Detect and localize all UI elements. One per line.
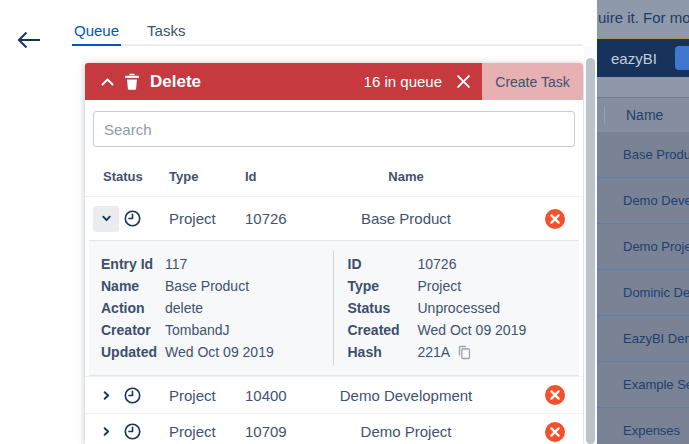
row-type: Project: [169, 423, 245, 440]
queue-row[interactable]: Project 10709 Demo Project: [85, 413, 583, 444]
back-button[interactable]: [16, 29, 42, 51]
detail-value: Wed Oct 09 2019: [165, 341, 274, 363]
remove-from-queue-button[interactable]: [527, 422, 583, 442]
background-table-row[interactable]: Dominic De: [597, 270, 689, 316]
queue-count-badge: 16 in queue: [364, 73, 442, 90]
clock-status-icon: [123, 422, 169, 441]
clock-status-icon: [123, 209, 169, 228]
detail-value: 117: [165, 253, 187, 275]
queue-app-region: Queue Tasks Delete 16 in queue: [0, 0, 597, 444]
detail-label: Status: [348, 297, 418, 319]
background-table-row[interactable]: Base Produ: [597, 132, 689, 178]
search-container: [85, 100, 583, 156]
detail-label: Updated: [101, 341, 165, 363]
row-id: 10726: [245, 210, 335, 227]
detail-value: Unprocessed: [418, 297, 501, 319]
detail-value: Wed Oct 09 2019: [418, 319, 527, 341]
detail-value: Base Product: [165, 275, 249, 297]
queue-table-header: Status Type Id Name: [85, 156, 583, 196]
background-table-row[interactable]: Demo Proje: [597, 224, 689, 270]
detail-label: ID: [348, 253, 418, 275]
close-icon[interactable]: [456, 74, 471, 89]
page-banner-text: uire it. For mor: [597, 0, 689, 37]
background-table-row[interactable]: EazyBI Dem: [597, 316, 689, 362]
trash-icon: [124, 73, 140, 90]
queue-row[interactable]: Project 10726 Base Product: [85, 196, 583, 240]
column-header-status[interactable]: Status: [93, 169, 169, 184]
back-arrow-icon: [16, 37, 42, 54]
column-divider: [604, 107, 605, 124]
panel-title: Delete: [150, 72, 201, 92]
column-header-type[interactable]: Type: [169, 169, 245, 184]
collapse-chevron-up-icon[interactable]: [100, 76, 115, 88]
chevron-down-icon[interactable]: [93, 206, 119, 232]
tab-bar: Queue Tasks: [72, 22, 583, 46]
detail-label: Created: [348, 319, 418, 341]
details-left-column: Entry Id117 NameBase Product Actiondelet…: [89, 251, 333, 365]
background-page: uire it. For mor eazyBI Name Base Produ …: [597, 0, 689, 444]
background-table-header: Name: [597, 97, 689, 132]
detail-label: Creator: [101, 319, 165, 341]
eazybi-logo[interactable]: eazyBI: [611, 50, 657, 67]
remove-from-queue-button[interactable]: [527, 385, 583, 405]
tab-tasks[interactable]: Tasks: [145, 22, 187, 44]
tab-queue[interactable]: Queue: [72, 22, 121, 46]
row-id: 10400: [245, 387, 335, 404]
scrollbar-track[interactable]: [584, 46, 597, 444]
column-header-id[interactable]: Id: [245, 169, 335, 184]
detail-label: Action: [101, 297, 165, 319]
background-table-row[interactable]: Example Se: [597, 362, 689, 408]
chevron-right-icon[interactable]: [93, 419, 119, 444]
row-id: 10709: [245, 423, 335, 440]
detail-label: Hash: [348, 341, 418, 363]
row-name: Base Product: [335, 210, 527, 227]
create-task-button[interactable]: Create Task: [482, 63, 583, 100]
detail-label: Entry Id: [101, 253, 165, 275]
column-header-name[interactable]: Name: [335, 169, 527, 184]
detail-value: TombandJ: [165, 319, 230, 341]
navbar-button[interactable]: [675, 46, 689, 70]
delete-queue-panel: Delete 16 in queue Create Task Status Ty…: [85, 63, 583, 444]
chevron-right-icon[interactable]: [93, 382, 119, 408]
panel-header: Delete 16 in queue Create Task: [85, 63, 583, 100]
hash-value: 221A: [418, 341, 451, 363]
queue-item-details: Entry Id117 NameBase Product Actiondelet…: [89, 240, 579, 376]
row-type: Project: [169, 387, 245, 404]
search-input[interactable]: [93, 111, 575, 147]
detail-label: Name: [101, 275, 165, 297]
background-table-row[interactable]: Demo Deve: [597, 178, 689, 224]
detail-value: Project: [418, 275, 462, 297]
queue-row[interactable]: Project 10400 Demo Development: [85, 376, 583, 413]
background-column-header-name[interactable]: Name: [626, 107, 663, 123]
detail-value: 10726: [418, 253, 457, 275]
details-right-column: ID10726 TypeProject StatusUnprocessed Cr…: [333, 251, 580, 365]
remove-from-queue-button[interactable]: [527, 209, 583, 229]
row-type: Project: [169, 210, 245, 227]
copy-icon[interactable]: [457, 345, 471, 360]
scrollbar-thumb[interactable]: [586, 58, 595, 444]
background-table-row[interactable]: Expenses: [597, 408, 689, 444]
row-name: Demo Development: [335, 387, 527, 404]
panel-header-main: Delete 16 in queue: [85, 63, 482, 100]
detail-value: delete: [165, 297, 203, 319]
detail-label: Type: [348, 275, 418, 297]
clock-status-icon: [123, 386, 169, 405]
top-navbar: eazyBI: [597, 39, 689, 77]
toolbar-strip: [597, 77, 689, 97]
row-name: Demo Project: [335, 423, 527, 440]
